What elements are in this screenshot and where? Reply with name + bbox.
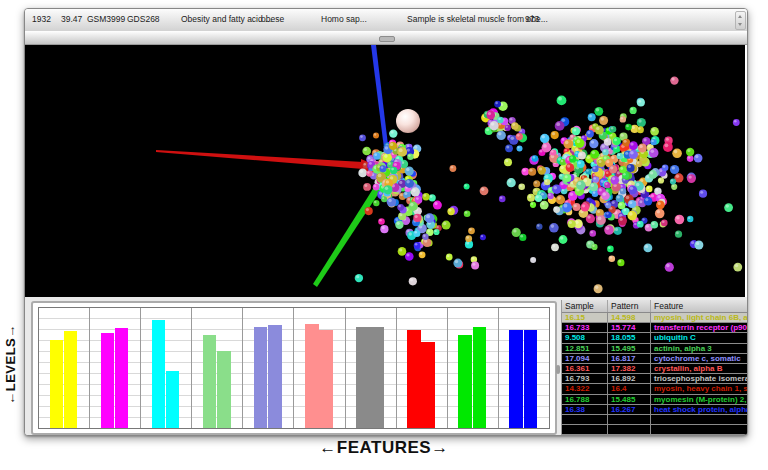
table-cell: 14.322 <box>562 384 608 393</box>
table-cell: cytochrome c, somatic <box>651 354 748 363</box>
chart-cell-1 <box>90 308 141 428</box>
bar-sample-9[interactable] <box>524 330 538 428</box>
selected-feature-sphere[interactable] <box>396 109 420 133</box>
bar-pattern-0[interactable] <box>50 340 64 428</box>
table-cell: triosephosphate isomerase 1 <box>651 374 748 383</box>
topbar-cell-8[interactable]: 973 <box>525 14 539 24</box>
table-row-8[interactable]: 16.78815.485myomesin (M-protein) 2, 1... <box>562 395 748 405</box>
feature-table: SamplePatternFeature 16.1514.598myosin, … <box>561 300 748 435</box>
table-row-5[interactable]: 16.36117.382crystallin, alpha B <box>562 364 748 374</box>
table-row-6[interactable]: 16.79316.892triosephosphate isomerase 1 <box>562 374 748 384</box>
bar-pattern-5[interactable] <box>305 324 319 428</box>
table-cell: heat shock protein, alpha-c... <box>651 405 748 414</box>
bar-sample-3[interactable] <box>217 351 231 428</box>
table-cell <box>651 415 748 424</box>
bar-sample-1[interactable] <box>115 328 129 428</box>
topbar-cell-5[interactable]: obese <box>261 14 284 24</box>
table-cell: 14.598 <box>608 313 651 322</box>
table-cell: myomesin (M-protein) 2, 1... <box>651 395 748 404</box>
bar-sample-7[interactable] <box>421 342 435 428</box>
bar-sample-0[interactable] <box>64 331 78 428</box>
bar-pattern-7[interactable] <box>407 330 421 428</box>
table-row-1[interactable]: 16.73315.774transferrin receptor (p90, C… <box>562 323 748 333</box>
table-cell: 15.774 <box>608 323 651 332</box>
topbar-cell-2[interactable]: GSM3999 <box>87 14 125 24</box>
bar-sample-2[interactable] <box>166 371 180 428</box>
table-row-0[interactable]: 16.1514.598myosin, light chain 6B, alkal… <box>562 313 748 323</box>
table-cell <box>608 415 651 424</box>
bar-pattern-2[interactable] <box>152 320 166 428</box>
scatter-3d-view[interactable] <box>25 45 745 297</box>
x-axis-red <box>156 150 363 169</box>
table-cell: crystallin, alpha B <box>651 364 748 373</box>
table-cell: 12.851 <box>562 344 608 353</box>
bar-sample-4[interactable] <box>268 325 282 428</box>
table-cell: 16.361 <box>562 364 608 373</box>
table-cell: 15.495 <box>608 344 651 353</box>
bar-sample-6[interactable] <box>370 327 384 428</box>
z-axis-green <box>313 173 390 287</box>
chart-cell-6 <box>346 308 397 428</box>
table-cell: 16.788 <box>562 395 608 404</box>
table-cell: 16.733 <box>562 323 608 332</box>
table-row-9[interactable]: 16.3816.267heat shock protein, alpha-c..… <box>562 405 748 415</box>
table-cell: 17.094 <box>562 354 608 363</box>
table-row-2[interactable]: 9.50818.055ubiquitin C <box>562 333 748 343</box>
horizontal-splitter[interactable] <box>25 31 747 45</box>
table-cell: myosin, heavy chain 1, skel... <box>651 384 748 393</box>
table-cell: 16.892 <box>608 374 651 383</box>
topbar-scrollbar[interactable] <box>735 11 746 30</box>
table-row-4[interactable]: 17.09416.817cytochrome c, somatic <box>562 354 748 364</box>
sample-info-bar[interactable]: 193239.47GSM3999GDS268Obesity and fatty … <box>25 9 747 32</box>
table-header-row: SamplePatternFeature <box>562 300 748 313</box>
table-cell: 16.817 <box>608 354 651 363</box>
table-cell: transferrin receptor (p90, C... <box>651 323 748 332</box>
page: 193239.47GSM3999GDS268Obesity and fatty … <box>0 0 768 470</box>
table-row-7[interactable]: 14.32216.4myosin, heavy chain 1, skel... <box>562 384 748 394</box>
table-body: 16.1514.598myosin, light chain 6B, alkal… <box>562 313 748 435</box>
bar-pattern-4[interactable] <box>254 327 268 428</box>
table-cell: 16.267 <box>608 405 651 414</box>
levels-axis-label: ←LEVELS→ <box>3 309 18 421</box>
table-cell <box>562 425 608 434</box>
table-cell <box>651 425 748 434</box>
table-cell: 16.38 <box>562 405 608 414</box>
table-cell: 16.15 <box>562 313 608 322</box>
chart-cell-9 <box>499 308 549 428</box>
topbar-cell-6[interactable]: Homo sap... <box>321 14 367 24</box>
table-cell: 17.382 <box>608 364 651 373</box>
table-row-empty[interactable] <box>562 425 748 435</box>
table-cell: 16.793 <box>562 374 608 383</box>
topbar-cell-3[interactable]: GDS268 <box>127 14 160 24</box>
table-header-feature[interactable]: Feature <box>651 300 748 312</box>
chart-cell-0 <box>39 308 90 428</box>
table-cell <box>608 425 651 434</box>
chart-cell-4 <box>243 308 294 428</box>
table-header-pattern[interactable]: Pattern <box>608 300 651 312</box>
splitter-handle-icon[interactable] <box>379 36 395 42</box>
table-cell: 15.485 <box>608 395 651 404</box>
bar-sample-8[interactable] <box>473 327 487 428</box>
table-cell: myosin, light chain 6B, alkal... <box>651 313 748 322</box>
chart-cell-5 <box>294 308 345 428</box>
table-row-empty[interactable] <box>562 415 748 425</box>
table-cell <box>562 415 608 424</box>
chart-cell-3 <box>192 308 243 428</box>
table-cell: 18.055 <box>608 333 651 342</box>
table-row-3[interactable]: 12.85115.495actinin, alpha 3 <box>562 344 748 354</box>
bar-sample-5[interactable] <box>319 330 333 428</box>
levels-bar-chart-panel <box>31 301 557 435</box>
bar-pattern-8[interactable] <box>458 335 472 428</box>
table-header-sample[interactable]: Sample <box>562 300 608 312</box>
topbar-cell-1[interactable]: 39.47 <box>61 14 82 24</box>
topbar-cell-4[interactable]: Obesity and fatty acid ... <box>181 14 272 24</box>
scene-svg[interactable] <box>25 45 745 297</box>
bar-pattern-3[interactable] <box>203 335 217 428</box>
topbar-cell-0[interactable]: 1932 <box>32 14 51 24</box>
vertical-splitter-handle[interactable] <box>556 365 560 374</box>
chart-cell-7 <box>397 308 448 428</box>
table-cell: actinin, alpha 3 <box>651 344 748 353</box>
bar-pattern-1[interactable] <box>101 333 115 428</box>
bar-pattern-6[interactable] <box>356 327 370 428</box>
bar-pattern-9[interactable] <box>509 330 523 428</box>
